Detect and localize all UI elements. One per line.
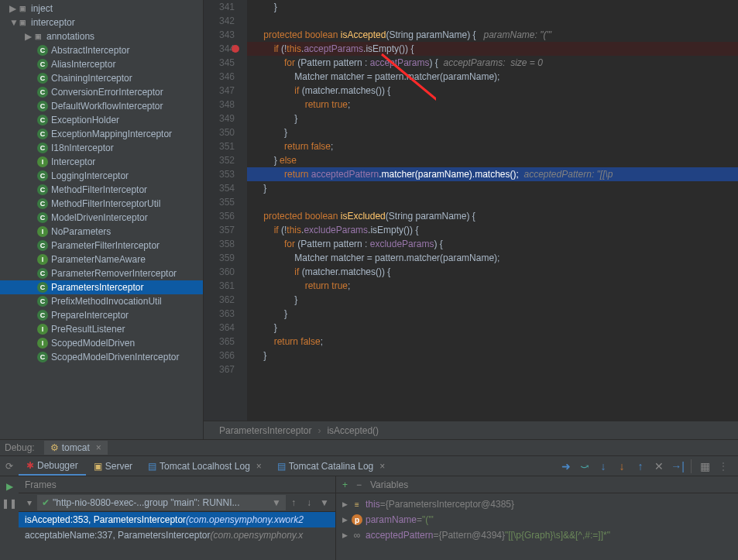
tree-class[interactable]: CParametersInterceptor	[0, 280, 203, 294]
breakpoint-icon[interactable]	[232, 45, 239, 53]
tree-class[interactable]: IInterceptor	[0, 155, 203, 169]
tree-class[interactable]: CPrepareInterceptor	[0, 308, 203, 322]
crumb-class[interactable]: ParametersInterceptor	[219, 425, 311, 436]
tree-class[interactable]: CLoggingInterceptor	[0, 169, 203, 183]
code-line[interactable]: if (matcher.matches()) {	[247, 84, 738, 98]
tree-class[interactable]: CPrefixMethodInvocationUtil	[0, 294, 203, 308]
code-line[interactable]: for (Pattern pattern : excludeParams) {	[247, 237, 738, 251]
code-line[interactable]: }	[247, 125, 738, 139]
line-number[interactable]: 345	[204, 56, 235, 70]
code-line[interactable]: }	[247, 307, 738, 321]
tree-class[interactable]: CMethodFilterInterceptor	[0, 183, 203, 197]
line-number[interactable]: 366	[204, 349, 235, 362]
tree-class[interactable]: CParameterFilterInterceptor	[0, 239, 203, 253]
code-line[interactable]: if (matcher.matches()) {	[247, 265, 738, 279]
code-line[interactable]: if (!this.excludeParams.isEmpty()) {	[247, 223, 738, 237]
tree-class[interactable]: CExceptionMappingInterceptor	[0, 127, 203, 141]
code-line[interactable]: Matcher matcher = pattern.matcher(paramN…	[247, 70, 738, 84]
tree-class[interactable]: CScopedModelDrivenInterceptor	[0, 350, 203, 364]
line-number[interactable]: 353	[204, 167, 235, 181]
expand-icon[interactable]: ▶	[342, 500, 352, 508]
tree-class[interactable]: CAbstractInterceptor	[0, 43, 203, 57]
code-line[interactable]: }	[247, 112, 738, 125]
next-frame-icon[interactable]: ↓	[301, 497, 317, 508]
add-watch-icon[interactable]: +	[342, 479, 356, 490]
line-number[interactable]: 363	[204, 307, 235, 321]
code-line[interactable]: protected boolean isExcluded(String para…	[247, 209, 738, 223]
run-to-cursor-icon[interactable]: →|	[669, 458, 686, 475]
line-number[interactable]: 361	[204, 279, 235, 293]
prev-thread-icon[interactable]: ▾	[22, 497, 37, 508]
force-step-into-icon[interactable]: ↓	[613, 458, 630, 475]
line-number[interactable]: 341	[204, 0, 235, 14]
code-line[interactable]: return true;	[247, 279, 738, 293]
code-line[interactable]: return false;	[247, 139, 738, 153]
tree-class[interactable]: CModelDrivenInterceptor	[0, 211, 203, 225]
run-config-tab[interactable]: ⚙ tomcat ×	[44, 441, 108, 455]
line-number[interactable]: 344	[204, 42, 235, 56]
expand-icon[interactable]: ▶	[342, 531, 352, 539]
evaluate-expression-icon[interactable]: ▦	[696, 458, 713, 475]
tree-class[interactable]: IParameterNameAware	[0, 253, 203, 266]
code-line[interactable]	[247, 362, 738, 376]
line-number[interactable]: 349	[204, 112, 235, 125]
tree-class[interactable]: IPreResultListener	[0, 322, 203, 336]
line-number[interactable]: 359	[204, 251, 235, 265]
crumb-method[interactable]: isAccepted()	[327, 425, 379, 436]
line-number[interactable]: 348	[204, 98, 235, 112]
tree-class[interactable]: CParameterRemoverInterceptor	[0, 266, 203, 280]
tree-folder[interactable]: ▼▣interceptor	[0, 15, 203, 29]
code-line[interactable]: return acceptedPattern.matcher(paramName…	[247, 167, 738, 181]
line-number[interactable]: 364	[204, 321, 235, 335]
variable-row[interactable]: ▶pparamName = "('"	[339, 512, 735, 527]
variable-row[interactable]: ▶∞acceptedPattern = {Pattern@4394} "[[\p…	[339, 527, 735, 543]
step-out-icon[interactable]: ↑	[632, 458, 649, 475]
tree-class[interactable]: CChainingInterceptor	[0, 71, 203, 85]
line-number[interactable]: 358	[204, 237, 235, 251]
line-number[interactable]: 343	[204, 28, 235, 42]
tree-class[interactable]: CMethodFilterInterceptorUtil	[0, 197, 203, 211]
code-line[interactable]: }	[247, 0, 738, 14]
tree-class[interactable]: INoParameters	[0, 225, 203, 239]
line-number[interactable]: 360	[204, 265, 235, 279]
remove-watch-icon[interactable]: −	[356, 479, 370, 490]
code-line[interactable]: protected boolean isAccepted(String para…	[247, 28, 738, 42]
line-number[interactable]: 351	[204, 139, 235, 153]
code-line[interactable]	[247, 14, 738, 28]
tree-class[interactable]: CConversionErrorInterceptor	[0, 85, 203, 99]
resume-icon[interactable]: ▶	[2, 479, 16, 493]
line-number[interactable]: 347	[204, 84, 235, 98]
tree-class[interactable]: CAliasInterceptor	[0, 57, 203, 71]
prev-frame-icon[interactable]: ↑	[286, 497, 301, 508]
filter-icon[interactable]: ▼	[317, 497, 332, 508]
line-number[interactable]: 354	[204, 181, 235, 195]
line-number[interactable]: 357	[204, 223, 235, 237]
tab-debugger[interactable]: ✱ Debugger	[19, 457, 86, 476]
line-number[interactable]: 367	[204, 362, 235, 376]
step-into-icon[interactable]: ↓	[595, 458, 612, 475]
close-icon[interactable]: ×	[96, 442, 101, 453]
line-number[interactable]: 350	[204, 125, 235, 139]
line-number[interactable]: 352	[204, 153, 235, 167]
tree-class[interactable]: CExceptionHolder	[0, 113, 203, 127]
close-icon[interactable]: ×	[256, 461, 262, 472]
code-line[interactable]: for (Pattern pattern : acceptParams) { a…	[247, 56, 738, 70]
code-line[interactable]: return true;	[247, 98, 738, 112]
stack-frame[interactable]: isAccepted:353, ParametersInterceptor (c…	[19, 512, 335, 527]
thread-selector[interactable]: ✔ "http-nio-8080-exec-...group "main": R…	[37, 495, 286, 510]
code-line[interactable]: }	[247, 181, 738, 195]
drop-frame-icon[interactable]: ✕	[650, 458, 668, 475]
tree-class[interactable]: IScopedModelDriven	[0, 336, 203, 350]
line-number[interactable]: 356	[204, 209, 235, 223]
project-tree[interactable]: ▶▣inject▼▣interceptor▶▣annotationsCAbstr…	[0, 0, 204, 439]
settings-icon[interactable]: ⋮	[715, 458, 732, 475]
line-number[interactable]: 362	[204, 293, 235, 307]
stack-frame[interactable]: acceptableName:337, ParametersIntercepto…	[19, 527, 335, 543]
code-line[interactable]: }	[247, 321, 738, 335]
tree-folder[interactable]: ▶▣inject	[0, 2, 203, 15]
variable-row[interactable]: ▶≡this = {ParametersInterceptor@4385}	[339, 496, 735, 512]
breadcrumb[interactable]: ParametersInterceptor › isAccepted()	[204, 421, 738, 439]
tab-server[interactable]: ▣ Server	[86, 458, 140, 475]
close-icon[interactable]: ×	[379, 461, 385, 472]
tree-class[interactable]: CDefaultWorkflowInterceptor	[0, 99, 203, 113]
